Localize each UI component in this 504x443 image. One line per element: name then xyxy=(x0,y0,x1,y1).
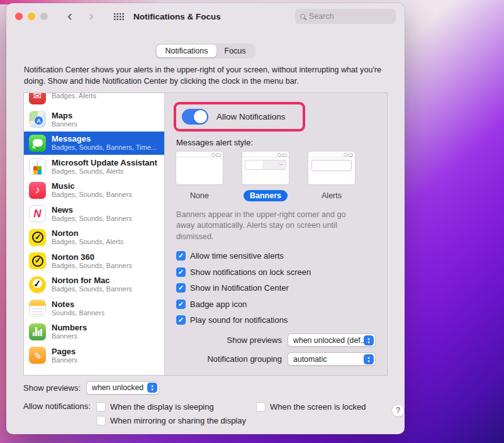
footer-allow-notifications-row: Allow notifications: When the display is… xyxy=(23,401,388,425)
msupdate-icon xyxy=(29,158,46,175)
footer-show-previews-row: Show previews: when unlocked xyxy=(23,381,388,395)
notification-grouping-dropdown[interactable]: automatic xyxy=(288,352,376,366)
footer-show-previews-dropdown[interactable]: when unlocked xyxy=(86,381,159,395)
app-name: Norton xyxy=(52,228,123,238)
checkbox-label: Badge app icon xyxy=(190,300,247,309)
messages-icon xyxy=(29,135,46,152)
notification-option-checkbox[interactable]: Show notifications on lock screen xyxy=(176,267,376,277)
numbers-icon xyxy=(29,323,46,340)
notification-grouping-row: Notification grouping automatic xyxy=(175,352,376,366)
allow-condition-checkbox[interactable]: When mirroring or sharing the display xyxy=(96,416,246,425)
content-box: Badges, Alerts Maps Banners Messages Bad… xyxy=(23,93,388,376)
app-notification-types: Banners xyxy=(52,332,87,340)
help-button[interactable]: ? xyxy=(392,405,404,417)
app-list-item[interactable]: Messages Badges, Sounds, Banners, Time..… xyxy=(24,132,164,155)
detail-preference-rows: Show previews when unlocked (def... Noti… xyxy=(175,334,376,366)
app-list-item[interactable]: Numbers Banners xyxy=(24,320,164,344)
app-list-item[interactable]: Norton Badges, Sounds, Alerts xyxy=(24,226,164,250)
app-list-item[interactable]: Pages Banners xyxy=(24,344,164,367)
app-list-item[interactable]: Badges, Alerts xyxy=(24,93,164,108)
allow-notifications-label: Allow Notifications xyxy=(216,112,286,121)
notification-option-checkbox[interactable]: Play sound for notifications xyxy=(176,315,376,325)
alert-style-option[interactable]: Alerts xyxy=(308,152,355,201)
notification-option-checkbox[interactable]: Badge app icon xyxy=(176,300,376,309)
app-notification-types: Sounds, Banners xyxy=(52,309,104,317)
search-input[interactable]: Search xyxy=(295,9,396,24)
app-notification-types: Badges, Sounds, Alerts xyxy=(52,238,123,246)
pane-description: Notification Center shows your alerts in… xyxy=(24,64,387,87)
app-list-item[interactable]: Music Badges, Sounds, Banners xyxy=(24,179,164,203)
footer: Show previews: when unlocked Allow notif… xyxy=(6,376,405,425)
checkbox-icon xyxy=(176,300,186,309)
thumbnail-menubar xyxy=(176,152,223,157)
app-notification-types: Badges, Sounds, Banners xyxy=(52,262,132,270)
stepper-icon xyxy=(364,354,374,364)
search-icon xyxy=(300,14,305,19)
tabs-row: Notifications Focus xyxy=(6,43,405,59)
search-placeholder: Search xyxy=(309,12,334,21)
tab[interactable]: Notifications xyxy=(157,45,216,57)
notifications-focus-window: ‹ › Notifications & Focus Search Notific… xyxy=(6,3,405,434)
alert-style-description: Banners appear in the upper-right corner… xyxy=(176,210,366,244)
alert-style-thumbnail xyxy=(308,152,355,184)
app-notification-types: Badges, Sounds, Banners xyxy=(52,191,132,199)
forward-button[interactable]: › xyxy=(86,10,97,23)
app-notification-types: Badges, Sounds, Banners xyxy=(52,215,132,223)
app-notification-types: Banners xyxy=(52,120,77,128)
app-name: Numbers xyxy=(52,323,87,332)
allow-notifications-toggle[interactable] xyxy=(182,109,208,125)
app-list-item[interactable]: Norton for Mac Badges, Sounds, Banners xyxy=(24,273,164,297)
notification-grouping-label: Notification grouping xyxy=(184,354,282,364)
allow-condition-checkbox[interactable]: When the screen is locked xyxy=(256,402,366,412)
show-previews-value: when unlocked (def... xyxy=(293,336,364,345)
app-list-item[interactable]: Maps Banners xyxy=(24,108,164,132)
window-title: Notifications & Focus xyxy=(133,12,221,21)
checkbox-label: Allow time sensitive alerts xyxy=(190,251,284,261)
alert-style-option[interactable]: None xyxy=(176,152,223,201)
app-name: Notes xyxy=(52,300,104,309)
minimize-button[interactable] xyxy=(28,13,35,20)
tab-segmented-control: Notifications Focus xyxy=(155,43,255,59)
app-list-item[interactable]: Norton 360 Badges, Sounds, Banners xyxy=(24,249,164,273)
show-previews-dropdown[interactable]: when unlocked (def... xyxy=(288,334,376,347)
app-name: Messages xyxy=(52,134,157,143)
notification-option-checkbox[interactable]: Allow time sensitive alerts xyxy=(176,251,376,261)
app-name: Microsoft Update Assistant xyxy=(52,158,157,167)
stepper-icon xyxy=(147,383,157,393)
allow-condition-checkbox[interactable]: When the display is sleeping xyxy=(96,402,246,412)
app-name: Pages xyxy=(52,347,77,356)
close-button[interactable] xyxy=(15,13,23,20)
app-notification-types: Banners xyxy=(52,356,77,364)
notes-icon xyxy=(29,300,46,317)
checkbox-label: When the display is sleeping xyxy=(110,402,214,412)
notification-grouping-value: automatic xyxy=(293,355,364,364)
thumbnail-screen xyxy=(176,157,223,184)
tab[interactable]: Focus xyxy=(216,45,254,57)
checkbox-icon xyxy=(176,267,186,277)
norton-icon xyxy=(29,252,46,269)
checkbox-icon xyxy=(96,402,106,412)
checkbox-label: Play sound for notifications xyxy=(190,315,288,325)
app-list-item[interactable]: Microsoft Update Assistant Badges, Sound… xyxy=(24,155,164,179)
app-list-item[interactable]: Notes Sounds, Banners xyxy=(24,296,164,320)
back-button[interactable]: ‹ xyxy=(64,10,76,23)
pages-icon xyxy=(29,347,46,364)
zoom-button[interactable] xyxy=(40,13,48,20)
news-icon xyxy=(29,205,46,222)
show-all-grid-icon[interactable] xyxy=(113,13,124,20)
thumbnail-screen xyxy=(242,157,289,184)
app-list-item[interactable]: News Badges, Sounds, Banners xyxy=(24,202,164,226)
app-notification-types: Badges, Sounds, Banners xyxy=(52,285,132,293)
checkbox-label: When mirroring or sharing the display xyxy=(110,416,246,425)
footer-allow-notifications-label: Allow notifications: xyxy=(23,401,91,411)
checkbox-label: Show in Notification Center xyxy=(190,283,289,293)
alert-style-section-label: Messages alert style: xyxy=(176,138,376,147)
checkbox-icon xyxy=(96,416,106,425)
checkbox-label: Show notifications on lock screen xyxy=(190,267,311,277)
notification-option-checkbox[interactable]: Show in Notification Center xyxy=(176,283,376,293)
app-detail-pane: Allow Notifications Messages alert style… xyxy=(165,93,387,375)
app-name: Maps xyxy=(52,111,77,120)
notification-options-list: Allow time sensitive alerts Show notific… xyxy=(176,251,376,325)
alert-style-option-label: Banners xyxy=(244,190,288,201)
alert-style-option[interactable]: Banners xyxy=(242,152,289,201)
